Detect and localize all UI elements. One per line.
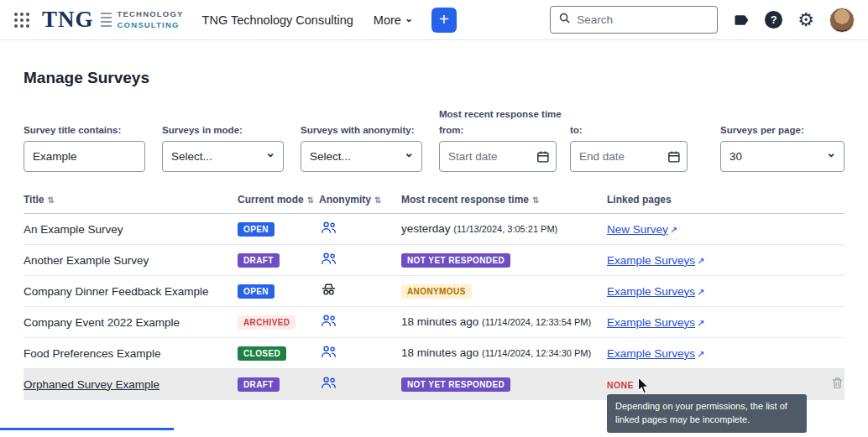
tag-icon[interactable] [733,12,750,29]
delete-button[interactable] [821,376,844,393]
anonymity-filter-select[interactable]: Select... ⌄ [301,141,422,172]
calendar-icon[interactable] [667,149,681,164]
group-anonymity-icon [319,311,338,333]
per-page-label: Surveys per page: [720,125,844,135]
footer-accent-bar [0,428,174,430]
response-time: yesterday [401,222,451,235]
survey-title[interactable]: Another Example Survey [24,254,238,267]
title-filter-input[interactable] [24,141,145,172]
group-anonymity-icon [319,218,338,240]
to-label: to: [570,125,688,135]
logo-bars-icon [101,13,112,27]
linked-page-link[interactable]: Example Surveys↗ [607,316,704,329]
sort-icon[interactable]: ⇅ [532,195,539,205]
sort-icon[interactable]: ⇅ [374,195,381,205]
group-anonymity-icon [319,342,338,364]
column-header-title[interactable]: Title ⇅ [24,194,238,205]
response-time-detail: (11/14/2024, 12:33:54 PM) [482,317,591,327]
add-button[interactable]: + [431,8,457,33]
chevron-down-icon: ⌄ [265,146,275,159]
mode-filter-select[interactable]: Select... ⌄ [162,141,284,172]
anonymous-incognito-icon [319,280,338,302]
response-time: 18 minutes ago [401,315,478,328]
response-time-group-label: Most recent response time [439,109,688,119]
logo-word-technology: TECHNOLOGY [118,10,184,18]
app-title-link[interactable]: TNG Technology Consulting [202,13,353,27]
external-link-icon: ↗ [697,256,704,267]
mode-badge: DRAFT [238,377,280,392]
main-content: Manage Surveys Survey title contains: Su… [0,69,868,400]
table-row[interactable]: Another Example Survey DRAFT NOT YET RES… [24,245,844,276]
response-status-badge: ANONYMOUS [401,284,472,299]
survey-title[interactable]: Company Event 2022 Example [24,316,238,329]
topbar: TNG TECHNOLOGY CONSULTING TNG Technology… [0,0,868,40]
survey-title[interactable]: An Example Survey [24,223,238,236]
table-row[interactable]: Food Preferences Example CLOSED 18 minut… [24,338,844,369]
page-title: Manage Surveys [24,69,844,87]
sort-icon[interactable]: ⇅ [307,195,314,205]
external-link-icon: ↗ [697,287,704,298]
survey-title[interactable]: Company Dinner Feedback Example [24,285,238,298]
table-row[interactable]: An Example Survey OPEN yesterday (11/13/… [24,214,844,245]
logo-word-consulting: CONSULTING [118,21,184,29]
response-time: 18 minutes ago [401,346,478,359]
trash-icon [830,376,844,393]
column-header-response-time[interactable]: Most recent response time ⇅ [401,194,607,205]
search-box[interactable] [550,6,718,34]
linked-page-link[interactable]: Example Surveys↗ [607,347,704,360]
title-filter-label: Survey title contains: [24,125,145,135]
mode-badge: OPEN [238,284,275,299]
chevron-down-icon: ⌄ [405,13,413,24]
tng-logo[interactable]: TNG TECHNOLOGY CONSULTING [42,8,184,31]
logo-text: TNG [42,8,94,31]
more-menu[interactable]: More ⌄ [374,13,413,27]
response-status-badge: NOT YET RESPONDED [401,253,510,268]
linked-page-link[interactable]: New Survey↗ [607,223,677,236]
search-icon [558,12,571,28]
mode-filter-label: Surveys in mode: [162,125,284,135]
apps-grid-icon[interactable] [13,12,30,29]
per-page-select[interactable]: 30 ⌄ [720,141,844,172]
chevron-down-icon: ⌄ [404,146,414,159]
response-status-badge: NOT YET RESPONDED [401,377,510,392]
linked-page-link[interactable]: Example Surveys↗ [607,285,704,298]
column-header-current-mode[interactable]: Current mode ⇅ [238,194,319,205]
mode-badge: DRAFT [238,253,280,268]
response-time-detail: (11/14/2024, 12:34:30 PM) [482,348,591,358]
survey-title[interactable]: Orphaned Survey Example [24,378,238,391]
linked-pages-tooltip: Depending on your permissions, the list … [607,394,807,433]
surveys-table: Title ⇅ Current mode ⇅ Anonymity ⇅ Most … [24,190,844,400]
mode-badge: ARCHIVED [238,315,295,330]
group-anonymity-icon [319,373,338,395]
column-header-anonymity[interactable]: Anonymity ⇅ [319,194,401,205]
table-row[interactable]: Company Dinner Feedback Example OPEN ANO… [24,276,844,307]
avatar[interactable] [829,8,855,33]
end-date-field[interactable] [570,141,688,172]
group-anonymity-icon [319,249,338,271]
from-label: from: [439,125,557,135]
linked-page-link[interactable]: Example Surveys↗ [607,254,704,267]
survey-title[interactable]: Food Preferences Example [24,347,238,360]
filters-bar: Survey title contains: Surveys in mode: … [24,109,844,172]
external-link-icon: ↗ [697,318,704,329]
external-link-icon: ↗ [697,349,704,360]
table-header-row: Title ⇅ Current mode ⇅ Anonymity ⇅ Most … [24,190,844,214]
search-input[interactable] [577,13,709,26]
mode-badge: OPEN [238,222,275,237]
linked-none-label: NONE [607,380,634,390]
column-header-linked-pages: Linked pages [607,194,821,205]
anonymity-filter-label: Surveys with anonymity: [301,125,422,135]
help-icon[interactable]: ? [765,11,782,29]
external-link-icon: ↗ [670,225,677,236]
response-time-detail: (11/13/2024, 3:05:21 PM) [453,224,557,234]
start-date-field[interactable] [439,141,557,172]
gear-icon[interactable]: ⚙ [797,11,814,29]
table-row[interactable]: Company Event 2022 Example ARCHIVED 18 m… [24,307,844,338]
chevron-down-icon: ⌄ [826,146,836,159]
mode-badge: CLOSED [238,346,286,361]
sort-icon[interactable]: ⇅ [47,195,54,205]
calendar-icon[interactable] [536,149,550,164]
